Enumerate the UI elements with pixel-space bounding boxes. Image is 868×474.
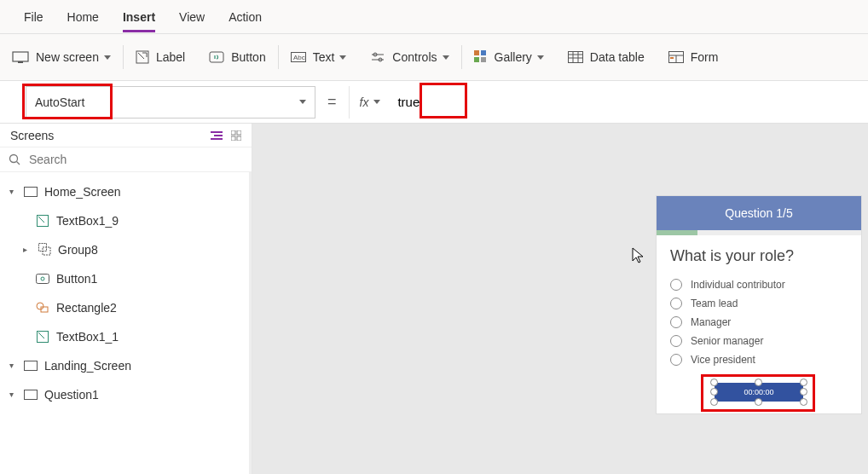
canvas[interactable]: Question 1/5 What is your role? Individu…	[252, 124, 868, 474]
forms-button[interactable]: Form	[657, 34, 731, 80]
button-icon	[34, 272, 51, 286]
svg-rect-42	[25, 390, 38, 399]
svg-rect-29	[237, 136, 241, 141]
radio-icon	[670, 316, 682, 328]
svg-rect-28	[231, 136, 235, 141]
svg-rect-27	[237, 130, 241, 135]
tree-body: ▾ Home_Screen TextBox1_9 ▸ Group8 Button…	[0, 172, 252, 474]
radio-icon	[670, 354, 682, 366]
search-input[interactable]	[27, 152, 198, 167]
timer-row: 00:00:00	[657, 376, 861, 413]
data-table-icon	[568, 51, 583, 63]
option-row[interactable]: Senior manager	[670, 335, 848, 347]
text-label: Text	[313, 50, 335, 64]
tree-pane: Screens ▾ Home_Screen TextBox1_9 ▸ Group…	[0, 124, 252, 474]
tree-node-group8[interactable]: ▸ Group8	[0, 235, 249, 264]
tree-node-button1[interactable]: Button1	[0, 264, 249, 293]
svg-rect-41	[25, 361, 38, 370]
tree-node-landing[interactable]: ▾ Landing_Screen	[0, 351, 249, 380]
screen-icon	[22, 359, 39, 373]
gallery-button[interactable]: Gallery	[462, 34, 556, 80]
data-table-button[interactable]: Data table	[556, 34, 657, 80]
tree-search[interactable]	[0, 147, 252, 171]
svg-rect-26	[231, 130, 235, 135]
svg-rect-12	[474, 57, 479, 62]
formula-bar: AutoStart = fx	[0, 81, 868, 124]
tree-node-rectangle2[interactable]: Rectangle2	[0, 293, 249, 322]
label-label: Label	[156, 50, 185, 64]
group-icon	[36, 243, 53, 257]
tree-header: Screens	[0, 124, 252, 147]
tree-grid-icon[interactable]	[231, 130, 241, 141]
options-list: Individual contributor Team lead Manager…	[657, 269, 861, 376]
svg-rect-36	[37, 274, 49, 283]
menu-insert[interactable]: Insert	[123, 10, 155, 24]
tree-label: Question1	[44, 388, 99, 402]
tree-node-textbox19[interactable]: TextBox1_9	[0, 206, 249, 235]
svg-point-37	[41, 277, 44, 280]
svg-line-31	[17, 162, 20, 165]
highlight-property	[22, 84, 113, 119]
svg-rect-13	[481, 57, 486, 62]
highlight-timer	[701, 374, 815, 412]
menu-view[interactable]: View	[179, 10, 205, 24]
svg-rect-3	[210, 52, 223, 62]
new-screen-button[interactable]: New screen	[0, 34, 123, 80]
fx-button[interactable]: fx	[349, 86, 391, 118]
highlight-formula	[420, 83, 467, 118]
gallery-icon	[474, 50, 488, 64]
label-icon	[136, 50, 149, 64]
screen-icon	[12, 51, 29, 63]
tree-list-icon[interactable]	[211, 130, 223, 141]
controls-label: Controls	[392, 50, 437, 64]
radio-icon	[670, 335, 682, 347]
menu-home[interactable]: Home	[67, 10, 99, 24]
controls-icon	[370, 51, 385, 63]
radio-icon	[670, 298, 682, 309]
preview-phone: Question 1/5 What is your role? Individu…	[657, 196, 861, 413]
text-icon: Abc	[291, 52, 306, 62]
menu-file[interactable]: File	[24, 10, 43, 24]
svg-rect-22	[670, 57, 674, 59]
option-row[interactable]: Individual contributor	[670, 279, 848, 291]
svg-rect-32	[25, 187, 38, 196]
question-text: What is your role?	[657, 235, 861, 269]
tree-label: Home_Screen	[44, 185, 121, 199]
button-label: Button	[231, 50, 265, 64]
tree-label: Button1	[56, 272, 97, 286]
new-screen-label: New screen	[36, 50, 99, 64]
text-button[interactable]: Abc Text	[279, 34, 359, 80]
svg-rect-14	[568, 52, 582, 63]
label-button[interactable]: Label	[124, 34, 197, 80]
equals-label: =	[327, 93, 337, 111]
label-icon	[34, 330, 51, 344]
radio-icon	[670, 279, 682, 291]
forms-icon	[668, 51, 684, 63]
tree-node-textbox11[interactable]: TextBox1_1	[0, 322, 249, 351]
option-row[interactable]: Manager	[670, 316, 848, 328]
svg-rect-0	[13, 52, 28, 61]
gallery-label: Gallery	[495, 50, 532, 64]
main-area: Screens ▾ Home_Screen TextBox1_9 ▸ Group…	[0, 124, 868, 474]
chevron-down-icon	[104, 55, 111, 60]
option-row[interactable]: Team lead	[670, 298, 848, 309]
tree-node-home[interactable]: ▾ Home_Screen	[0, 177, 249, 206]
menu-bar: File Home Insert View Action	[0, 0, 868, 34]
chevron-down-icon	[373, 100, 380, 104]
tree-title: Screens	[10, 129, 54, 142]
option-row[interactable]: Vice president	[670, 354, 848, 366]
label-icon	[34, 214, 51, 228]
menu-action[interactable]: Action	[229, 10, 262, 24]
screen-icon	[22, 185, 39, 199]
preview-header: Question 1/5	[657, 196, 861, 230]
controls-button[interactable]: Controls	[358, 34, 460, 80]
svg-rect-10	[474, 50, 479, 55]
shape-icon	[34, 301, 51, 315]
svg-rect-39	[41, 307, 48, 312]
tree-label: Group8	[58, 243, 98, 257]
svg-point-30	[10, 155, 18, 163]
chevron-down-icon	[299, 100, 306, 104]
svg-text:Abc: Abc	[293, 54, 305, 61]
button-button[interactable]: Button	[197, 34, 277, 80]
tree-node-question1[interactable]: ▾ Question1	[0, 380, 249, 409]
